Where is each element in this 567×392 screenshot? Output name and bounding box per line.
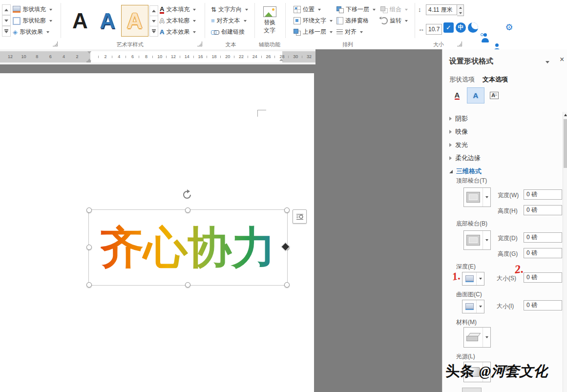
section-reflection[interactable]: 映像 <box>449 127 468 136</box>
pane-menu-caret-icon[interactable] <box>546 61 549 63</box>
text-effects-a-icon: A <box>473 92 479 99</box>
bottom-bevel-dropdown[interactable] <box>463 230 491 250</box>
watermark-handle: @河套文化 <box>479 363 547 379</box>
selection-pane-button[interactable]: 选择窗格 <box>335 16 370 26</box>
accessibility-group-label: 辅助功能 <box>250 41 289 48</box>
align-text-button[interactable]: ≡ 对齐文本 <box>210 16 248 26</box>
contour-color-icon <box>462 300 476 313</box>
shape-gallery-down-button[interactable] <box>2 15 11 26</box>
wordart-gallery-down-button[interactable] <box>149 16 158 26</box>
selection-handle[interactable] <box>284 207 290 213</box>
top-bevel-width-input[interactable] <box>524 189 562 200</box>
position-button[interactable]: 位置 <box>292 4 322 15</box>
text-effects-category-button[interactable]: A <box>467 87 484 103</box>
height-g-label: 高度(G) <box>498 250 518 258</box>
text-outline-button[interactable]: A 文本轮廓 <box>158 16 197 26</box>
tab-text-options[interactable]: 文本选项 <box>483 75 508 84</box>
bottom-bevel-height-input[interactable] <box>524 248 562 258</box>
send-backward-button[interactable]: 下移一层 <box>335 4 377 15</box>
alt-text-button[interactable]: 替换 文字 <box>258 4 281 37</box>
wrap-text-button[interactable]: 环绕文字 <box>292 16 334 26</box>
wordart-style-2[interactable]: A <box>94 5 121 37</box>
wordart-style-1[interactable]: A <box>66 5 94 37</box>
right-indent-marker[interactable] <box>279 59 283 61</box>
height-spinner[interactable] <box>457 4 464 16</box>
shape-fill-button[interactable]: 形状填充 <box>11 4 54 15</box>
selection-handle[interactable] <box>86 207 92 213</box>
wordart-dialog-launcher[interactable] <box>197 41 202 46</box>
pane-title: 设置形状格式 <box>449 57 493 66</box>
shape-styles-dialog-launcher[interactable] <box>53 41 58 46</box>
more-icon <box>152 29 156 33</box>
contour-color-dropdown[interactable] <box>462 300 484 313</box>
selection-handle[interactable] <box>284 282 290 288</box>
rotation-handle-icon[interactable] <box>182 189 192 200</box>
shape-width-input[interactable] <box>426 24 442 35</box>
section-glow[interactable]: 发光 <box>449 141 468 149</box>
horizontal-ruler[interactable]: 12108642 2468101214161820222426283032 <box>0 51 315 62</box>
top-bevel-height-input[interactable] <box>524 205 562 215</box>
align-objects-button[interactable]: 对齐 <box>335 27 364 37</box>
ruler-number: 2 <box>73 54 82 59</box>
pane-scrollbar[interactable] <box>563 112 567 392</box>
chevron-right-icon <box>449 143 452 147</box>
wordart-gallery-up-button[interactable] <box>149 5 158 16</box>
material-dropdown[interactable] <box>463 327 491 348</box>
document-page[interactable]: 齐心协力 <box>0 73 314 392</box>
selection-handle[interactable] <box>185 282 190 288</box>
depth-color-dropdown[interactable] <box>462 272 484 286</box>
contour-label: 曲面图(C) <box>456 290 482 299</box>
section-shadow[interactable]: 阴影 <box>449 114 468 123</box>
section-reflection-label: 映像 <box>455 127 468 136</box>
moon-icon[interactable] <box>468 22 478 33</box>
text-fill-a-icon: A <box>160 6 164 14</box>
ruler-number: 8 <box>33 54 42 59</box>
text-group-label: 文本 <box>210 41 252 48</box>
ruler-number: 6 <box>128 54 137 59</box>
ruler-number: 4 <box>60 54 68 59</box>
pane-close-icon[interactable]: × <box>560 55 564 64</box>
text-fill-button[interactable]: A 文本填充 <box>158 4 197 15</box>
layout-properties-category-button[interactable]: A <box>485 87 503 103</box>
selection-handle[interactable] <box>86 245 92 250</box>
shape-effects-button[interactable]: ◈ 形状效果 <box>11 27 51 37</box>
ruler-number: 10 <box>19 54 28 59</box>
rotate-objects-button[interactable]: 旋转 <box>379 16 409 26</box>
gear-icon[interactable]: ⚙ <box>504 22 514 33</box>
shape-gallery-more-button[interactable] <box>2 26 11 37</box>
shape-outline-button[interactable]: 形状轮廓 <box>11 16 54 26</box>
person-degree-icon[interactable] <box>480 33 490 43</box>
watermark-prefix: 头条 <box>445 363 479 379</box>
tab-shape-options[interactable]: 形状选项 <box>449 75 475 84</box>
create-link-button[interactable]: 创建链接 <box>210 27 246 37</box>
shape-effects-label: 形状效果 <box>20 28 43 36</box>
group-objects-label: 组合 <box>390 5 401 14</box>
group-objects-button[interactable]: 组合 <box>379 4 409 15</box>
section-3d-format-expanded[interactable]: 三维格式 <box>449 167 482 176</box>
first-line-indent-marker[interactable] <box>87 51 91 54</box>
left-indent-marker[interactable] <box>86 61 91 62</box>
wordart-gallery-more-button[interactable] <box>149 26 158 37</box>
selection-handle[interactable] <box>86 282 92 288</box>
text-effects-button[interactable]: A 文本效果 <box>158 27 197 37</box>
size-dialog-launcher[interactable] <box>457 41 462 46</box>
contour-size-input[interactable] <box>524 300 562 310</box>
selection-handle[interactable] <box>185 207 190 213</box>
scrollbar-thumb[interactable] <box>564 119 567 168</box>
check-icon[interactable]: ✓ <box>443 22 454 33</box>
text-direction-button[interactable]: ⇅ 文字方向 <box>210 4 250 15</box>
shape-gallery-up-button[interactable] <box>2 4 11 15</box>
text-fill-outline-category-button[interactable]: A <box>448 87 466 103</box>
depth-size-input[interactable] <box>524 272 562 283</box>
alt-text-label-line2: 文字 <box>264 26 275 35</box>
section-glow-label: 发光 <box>455 141 468 149</box>
chevron-right-icon <box>449 130 452 134</box>
wordart-style-3-selected[interactable]: A <box>121 5 148 37</box>
bring-forward-button[interactable]: 上移一层 <box>292 27 334 37</box>
top-bevel-dropdown[interactable] <box>463 187 491 207</box>
shape-height-input[interactable] <box>426 4 457 15</box>
bottom-bevel-width-input[interactable] <box>524 232 562 243</box>
section-soft-edges[interactable]: 柔化边缘 <box>449 154 481 163</box>
language-center-icon[interactable]: 中 <box>456 22 466 33</box>
layout-options-button[interactable] <box>293 209 307 224</box>
